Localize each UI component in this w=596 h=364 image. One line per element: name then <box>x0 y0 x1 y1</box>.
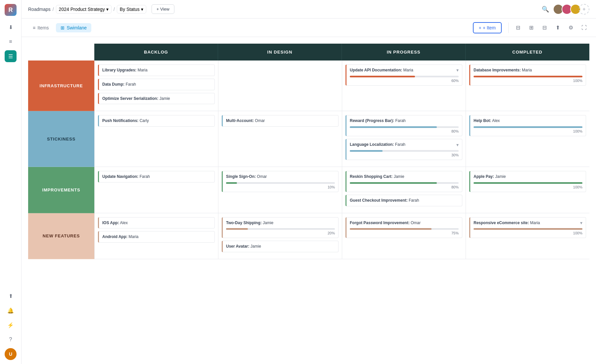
progress-bar-bg-11 <box>474 228 582 230</box>
progress-bar-fill-3 <box>350 126 437 128</box>
card-responsive-ecommerce[interactable]: Responsive eCommerce site: Maria ▾ 100% <box>469 217 586 238</box>
add-collaborator-button[interactable]: + <box>579 4 589 15</box>
card-apple-pay[interactable]: Apple Pay: Jamie 100% <box>469 171 586 192</box>
search-icon[interactable]: 🔍 <box>542 6 549 13</box>
row-label-stickiness: STICKINESS <box>28 111 94 167</box>
cell-improvements-completed: Apple Pay: Jamie 100% <box>466 167 589 213</box>
card-optimize-server[interactable]: Optimize Server Serialization: Jamie <box>98 93 215 104</box>
progress-bar-fill-7 <box>350 182 437 184</box>
card-reskin-shopping[interactable]: Reskin Shopping Cart: Jamie 80% <box>345 171 462 192</box>
card-user-avatar[interactable]: User Avatar: Jamie <box>222 241 339 252</box>
progress-label-8: 100% <box>474 185 582 189</box>
add-view-button[interactable]: + View <box>152 4 174 14</box>
breadcrumb: Roadmaps / 2024 Product Strategy ▾ / By … <box>28 5 146 14</box>
cell-improvements-backlog: Update Navigation: Farah <box>94 167 218 213</box>
card-forgot-password[interactable]: Forgot Password Improvement: Omar 75% <box>345 217 462 238</box>
progress-bar-fill-5 <box>474 126 582 128</box>
swimlane-icon: ⊞ <box>61 25 65 30</box>
list-icon: ≡ <box>33 25 35 30</box>
card-ios-app[interactable]: IOS App: Alex <box>98 217 215 229</box>
progress-label-5: 100% <box>474 129 582 133</box>
progress-bar-fill <box>350 76 415 77</box>
card-android-app[interactable]: Android App: Maria <box>98 231 215 243</box>
toolbar-actions: ⊟ ⊞ ⊟ ⬆ ⚙ ⛶ <box>508 22 589 33</box>
filter-icon[interactable]: ⊟ <box>513 22 523 33</box>
columns-icon[interactable]: ⊟ <box>539 22 550 33</box>
breadcrumb-view[interactable]: By Status ▾ <box>117 5 146 14</box>
view-toolbar: ≡ Items ⊞ Swimlane + + Item ⊟ ⊞ ⊟ ⬆ ⚙ ⛶ <box>22 19 596 37</box>
dropdown-icon[interactable]: ▾ <box>456 67 459 73</box>
progress-bar-bg-2 <box>474 76 582 77</box>
card-multi-account[interactable]: Multi-Account: Omar <box>222 115 339 127</box>
dropdown-icon-2[interactable]: ▾ <box>456 142 459 147</box>
dropdown-icon-3[interactable]: ▾ <box>580 220 582 225</box>
breadcrumb-sep-2: / <box>114 7 115 12</box>
card-single-sign-on[interactable]: Single Sign-On: Omar 10% <box>222 171 339 192</box>
card-data-dump[interactable]: Data Dump: Farah <box>98 79 215 90</box>
card-two-day-shipping[interactable]: Two-Day Shipping: Jamie 20% <box>222 217 339 238</box>
row-label-improvements: IMPROVEMENTS <box>28 167 94 213</box>
col-header-in-progress: IN PROGRESS <box>342 44 466 61</box>
card-update-api[interactable]: Update API Documentation: Maria ▾ 60% <box>345 64 462 86</box>
sidebar-icon-upload[interactable]: ⬆ <box>5 290 17 302</box>
card-reward-progress[interactable]: Reward (Progress Bar): Farah 80% <box>345 115 462 136</box>
cell-new-features-in-progress: Forgot Password Improvement: Omar 75% <box>342 213 466 260</box>
progress-bar-fill-2 <box>474 76 582 77</box>
fullscreen-icon[interactable]: ⛶ <box>579 22 589 33</box>
progress-label-10: 75% <box>350 231 459 235</box>
card-language-localization[interactable]: Language Localization: Farah ▾ 30% <box>345 139 462 160</box>
card-update-navigation[interactable]: Update Navigation: Farah <box>98 171 215 182</box>
cell-stickiness-completed: Help Bot: Alex 100% <box>466 111 589 167</box>
cell-infrastructure-in-progress: Update API Documentation: Maria ▾ 60% <box>342 61 466 111</box>
progress-bar-bg-4 <box>350 150 459 152</box>
progress-bar-fill-4 <box>350 150 383 152</box>
sidebar-icon-lightning[interactable]: ⚡ <box>5 319 17 331</box>
tab-items[interactable]: ≡ Items <box>28 23 53 32</box>
sidebar-icon-bell[interactable]: 🔔 <box>5 304 17 316</box>
swimlane-grid: BACKLOG IN DESIGN IN PROGRESS COMPLETED … <box>28 44 589 259</box>
cell-infrastructure-backlog: Library Upgrades: Maria Data Dump: Farah… <box>94 61 218 111</box>
card-guest-checkout[interactable]: Guest Checkout Improvement: Farah <box>345 195 462 206</box>
progress-bar-bg-6 <box>226 182 335 184</box>
sidebar-icon-download[interactable]: ⬇ <box>5 21 17 33</box>
cell-infrastructure-completed: Database Improvements: Maria 100% <box>466 61 589 111</box>
plus-icon: + <box>479 25 481 30</box>
sidebar-icon-help[interactable]: ? <box>5 334 17 345</box>
row-label-new-features: NEW FEATURES <box>28 213 94 260</box>
tab-swimlane[interactable]: ⊞ Swimlane <box>56 23 91 32</box>
breadcrumb-root[interactable]: Roadmaps <box>28 7 51 12</box>
sidebar-icon-roadmap[interactable]: ☰ <box>5 50 17 62</box>
settings-icon[interactable]: ⚙ <box>566 22 576 33</box>
progress-bar-bg-9 <box>226 228 335 230</box>
sidebar-icon-list[interactable]: ≡ <box>5 36 17 48</box>
breadcrumb-sep-1: / <box>53 7 54 12</box>
progress-label-7: 80% <box>350 185 459 189</box>
col-header-in-design: IN DESIGN <box>218 44 342 61</box>
collaborator-avatars: + <box>553 4 589 15</box>
chevron-down-icon: ▾ <box>106 7 109 12</box>
progress-bar-bg-5 <box>474 126 582 128</box>
col-header-backlog: BACKLOG <box>94 44 218 61</box>
col-header-completed: COMPLETED <box>466 44 589 61</box>
progress-bar-fill-9 <box>226 228 248 230</box>
card-library-upgrades[interactable]: Library Upgrades: Maria <box>98 64 215 76</box>
breadcrumb-project[interactable]: 2024 Product Strategy ▾ <box>56 5 112 14</box>
progress-bar-bg-10 <box>350 228 459 230</box>
card-help-bot[interactable]: Help Bot: Alex 100% <box>469 115 586 136</box>
card-push-notifications[interactable]: Push Notifications: Carly <box>98 115 215 127</box>
progress-bar-fill-11 <box>474 228 582 230</box>
cell-stickiness-in-progress: Reward (Progress Bar): Farah 80% Languag… <box>342 111 466 167</box>
user-avatar[interactable]: U <box>5 348 17 360</box>
chevron-down-icon-2: ▾ <box>141 7 143 12</box>
export-icon[interactable]: ⬆ <box>552 22 563 33</box>
add-item-button[interactable]: + + Item <box>473 22 502 33</box>
progress-bar-bg <box>350 76 459 77</box>
cell-infrastructure-in-design <box>218 61 342 111</box>
main-content: Roadmaps / 2024 Product Strategy ▾ / By … <box>22 0 596 364</box>
cell-stickiness-in-design: Multi-Account: Omar <box>218 111 342 167</box>
card-database-improvements[interactable]: Database Improvements: Maria 100% <box>469 64 586 86</box>
app-logo[interactable]: R <box>5 4 17 16</box>
progress-label-9: 20% <box>226 231 335 235</box>
top-navigation: Roadmaps / 2024 Product Strategy ▾ / By … <box>22 0 596 19</box>
layout-icon[interactable]: ⊞ <box>526 22 536 33</box>
